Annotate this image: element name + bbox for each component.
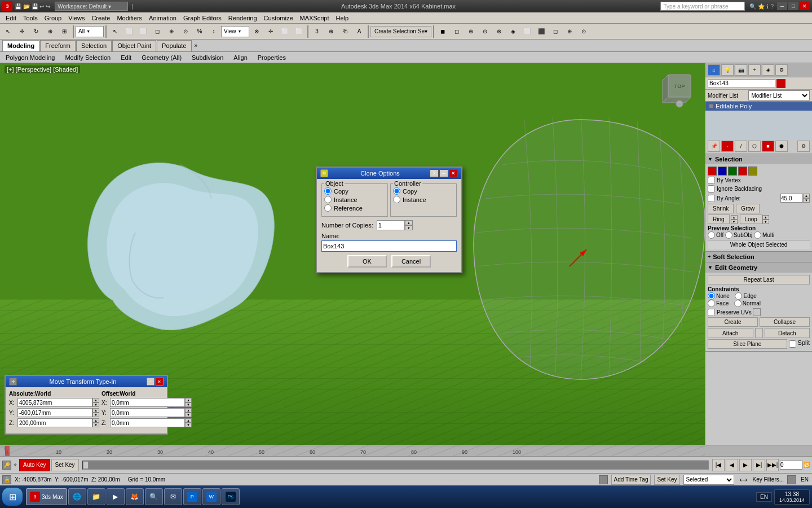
angle-snap[interactable]: ⊙ <box>179 25 192 38</box>
by-angle-input[interactable] <box>780 194 803 203</box>
prev-frame-btn[interactable]: ◀ <box>726 459 738 471</box>
snap-toggle[interactable]: ⊕ <box>165 25 178 38</box>
abs-x-input[interactable] <box>17 398 92 407</box>
off-x-up[interactable]: ▲ <box>185 398 192 402</box>
rp-icon-space[interactable]: ◈ <box>762 64 774 76</box>
taskbar-word[interactable]: W <box>202 488 220 505</box>
copies-down[interactable]: ▼ <box>405 225 413 230</box>
menu-customize[interactable]: Customize <box>261 14 297 22</box>
menu-views[interactable]: Views <box>65 14 88 22</box>
preview-multi-radio[interactable] <box>754 231 761 239</box>
scale-tool[interactable]: ⊕ <box>43 25 57 38</box>
menu-modifiers[interactable]: Modifiers <box>113 14 145 22</box>
abs-y-up[interactable]: ▲ <box>92 408 99 413</box>
edge-icon[interactable] <box>718 167 727 176</box>
ctx-align[interactable]: Align <box>230 54 250 61</box>
minimize-button[interactable]: ─ <box>777 2 787 10</box>
obj-copy-radio[interactable] <box>324 187 332 195</box>
preserve-uvs-check[interactable] <box>708 309 715 316</box>
tab-populate[interactable]: Populate <box>157 40 191 51</box>
taskbar-ie[interactable]: 🌐 <box>68 488 86 505</box>
off-y-input[interactable] <box>110 408 185 417</box>
spinner-snap[interactable]: ↕ <box>207 25 220 38</box>
abs-z-input[interactable] <box>17 418 92 427</box>
menu-group[interactable]: Group <box>41 14 65 22</box>
text-tool[interactable]: A <box>352 25 366 38</box>
select-tool[interactable]: ↖ <box>1 25 15 38</box>
rp-extra-icon[interactable]: ⚙ <box>797 141 810 152</box>
filter-dropdown[interactable]: All <box>76 26 104 37</box>
element-icon[interactable] <box>748 167 757 176</box>
ctrl-instance-radio[interactable] <box>393 196 400 203</box>
mirror-btn[interactable]: ⬜ <box>278 25 292 38</box>
key-icon[interactable] <box>599 475 608 484</box>
off-y-down[interactable]: ▼ <box>185 413 192 417</box>
rp-icon-camera[interactable]: 📷 <box>735 64 747 76</box>
ctx-geometry[interactable]: Geometry (All) <box>138 54 185 61</box>
off-y-up[interactable]: ▲ <box>185 408 192 413</box>
key-filters-btn[interactable]: Key Filters... <box>753 476 784 483</box>
ring-down[interactable]: ▼ <box>731 220 738 224</box>
info-icon[interactable]: ℹ <box>766 3 769 10</box>
prev-key-btn[interactable]: |◀ <box>712 459 725 471</box>
create-selection-btn[interactable]: Create Selection Se▾ <box>370 26 431 37</box>
obj-instance-radio[interactable] <box>324 196 332 203</box>
rp-icon-helper[interactable]: + <box>748 64 761 76</box>
extra-btn9[interactable]: ◻ <box>549 25 562 38</box>
current-frame-input[interactable] <box>780 461 802 470</box>
select-verts-icon[interactable]: · <box>721 141 734 152</box>
constraint-none-radio[interactable] <box>708 292 715 300</box>
clone-ok-btn[interactable]: OK <box>347 255 387 268</box>
free-transform[interactable]: ⊞ <box>58 25 71 38</box>
off-z-down[interactable]: ▼ <box>185 423 192 427</box>
object-color-swatch[interactable] <box>776 79 785 88</box>
detach-btn[interactable]: Detach <box>765 328 810 338</box>
extra-btn10[interactable]: ⊕ <box>563 25 576 38</box>
attach-settings[interactable] <box>755 328 763 338</box>
auto-key-btn[interactable]: Auto Key <box>19 459 50 471</box>
taskbar-app7[interactable]: P <box>183 488 201 505</box>
taskbar-photoshop[interactable]: Ps <box>222 488 240 505</box>
extra-btn3[interactable]: ⊕ <box>464 25 478 38</box>
repeat-last-btn[interactable]: Repeat Last <box>708 275 810 284</box>
extra-btn8[interactable]: ⬛ <box>535 25 548 38</box>
move-dialog-close[interactable]: ✕ <box>156 378 164 386</box>
loop-mode[interactable]: 🔁 <box>804 462 810 468</box>
move-gizmo[interactable]: ✛ <box>264 25 277 38</box>
constraint-face-radio[interactable] <box>708 300 715 307</box>
ctx-edit[interactable]: Edit <box>117 54 135 61</box>
menu-edit[interactable]: Edit <box>2 14 20 22</box>
select-poly-icon[interactable]: ■ <box>762 141 774 152</box>
tab-extra[interactable]: » <box>195 42 198 49</box>
off-x-down[interactable]: ▼ <box>185 402 192 407</box>
clone-name-input[interactable] <box>321 240 457 252</box>
extra-btn5[interactable]: ⊗ <box>492 25 506 38</box>
poly-icon[interactable] <box>738 167 747 176</box>
off-z-up[interactable]: ▲ <box>185 418 192 423</box>
object-name-input[interactable] <box>708 79 775 88</box>
by-angle-check[interactable] <box>708 195 715 202</box>
pin-icon[interactable]: 📌 <box>708 141 720 152</box>
reference-coord[interactable]: ⊗ <box>250 25 263 38</box>
ignore-backfacing-check[interactable] <box>708 185 715 192</box>
preview-subobj-radio[interactable] <box>725 231 732 239</box>
3d-snap-1[interactable]: 3 <box>310 25 324 38</box>
abs-x-down[interactable]: ▼ <box>92 402 99 407</box>
attach-btn[interactable]: Attach <box>708 328 753 338</box>
ctx-polygon-modeling[interactable]: Polygon Modeling <box>2 54 58 61</box>
taskbar-firefox[interactable]: 🦊 <box>126 488 144 505</box>
taskbar-3dsmax[interactable]: 3 3ds Max <box>26 488 67 505</box>
vert-icon[interactable] <box>708 167 717 176</box>
border-icon[interactable] <box>728 167 737 176</box>
extra-btn11[interactable]: ⊙ <box>577 25 590 38</box>
tab-object-paint[interactable]: Object Paint <box>112 40 156 51</box>
key-tangent-icon[interactable]: ⟡ <box>12 462 18 468</box>
maximize-button[interactable]: □ <box>788 2 798 10</box>
lock-icon[interactable]: 🔒 <box>2 475 11 484</box>
lang-btn[interactable]: EN <box>756 492 772 502</box>
navigation-cube[interactable]: TOP <box>660 69 699 108</box>
extra-btn2[interactable]: ◻ <box>450 25 464 38</box>
select-element-icon[interactable]: ⬢ <box>775 141 788 152</box>
key-mode-icon[interactable]: 🔑 <box>2 461 11 470</box>
tab-selection[interactable]: Selection <box>76 40 112 51</box>
